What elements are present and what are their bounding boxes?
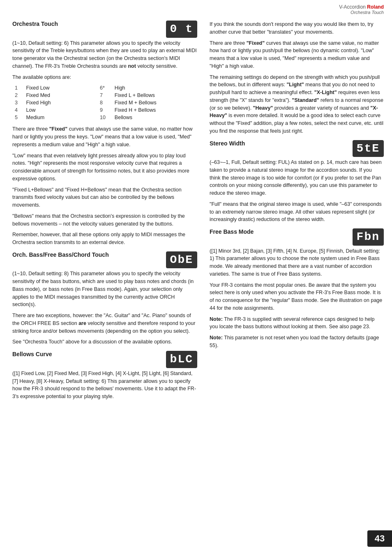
left-column: 0 t Orchestra Touch (1~10, Default setti… bbox=[12, 21, 197, 404]
note1-label: Note: bbox=[210, 316, 223, 322]
free-bass-mode-section: Fbn Free Bass Mode ([1] Minor 3rd, [2] B… bbox=[210, 228, 384, 350]
table-row: 2Fixed Med7Fixed L + Bellows bbox=[12, 92, 197, 99]
page-number: 43 bbox=[367, 530, 392, 547]
option-num: 5 bbox=[12, 114, 24, 121]
option-left: Fixed Low bbox=[24, 84, 97, 92]
ot-cont-para1: If you think the sounds don't respond th… bbox=[210, 21, 384, 36]
header-subtitle: Orchestra Touch bbox=[339, 10, 384, 15]
option-right: Fixed L + Bellows bbox=[112, 92, 197, 99]
option-num: 1 bbox=[12, 84, 24, 92]
ot-cont-para2: There are three "Fixed" curves that alwa… bbox=[210, 39, 384, 70]
option-left: Low bbox=[24, 106, 97, 114]
orch-bass-para2: See "Orchestra Touch" above for a discus… bbox=[12, 338, 197, 346]
header-brand: V-Accordion Roland bbox=[339, 4, 384, 10]
table-row: 4Low9Fixed H + Bellows bbox=[12, 106, 197, 114]
option-right: Fixed H + Bellows bbox=[112, 106, 197, 114]
option-left: Medium bbox=[24, 114, 97, 121]
option-num2: 9 bbox=[97, 106, 112, 114]
ot-para4: "Bellows" means that the Orchestra secti… bbox=[12, 212, 197, 228]
bellows-curve-section: bLC Bellows Curve ([1] Fixed Low, [2] Fi… bbox=[12, 351, 197, 401]
option-right: Fixed M + Bellows bbox=[112, 99, 197, 106]
ot-para1: There are three "Fixed" curves that alwa… bbox=[12, 125, 197, 148]
option-num: 2 bbox=[12, 92, 24, 99]
header: V-Accordion Roland Orchestra Touch bbox=[339, 4, 384, 15]
right-column: If you think the sounds don't respond th… bbox=[210, 21, 384, 404]
option-left: Fixed High bbox=[24, 99, 97, 106]
orch-bass-lcd: ObE bbox=[166, 251, 197, 269]
ot-para2: "Low" means that even relatively light p… bbox=[12, 152, 197, 183]
option-num2: 7 bbox=[97, 92, 112, 99]
free-bass-note1: Note: The FR-3 is supplied with several … bbox=[210, 315, 384, 331]
header-product: V-Accordion bbox=[339, 4, 366, 10]
note2-label: Note: bbox=[210, 335, 223, 341]
orchestra-touch-intro: (1~10, Default setting: 6) This paramete… bbox=[12, 39, 197, 70]
orch-bass-section: ObE Orch. Bass/Free Bass/Chord Touch (1~… bbox=[12, 251, 197, 346]
table-row: 1Fixed Low6*High bbox=[12, 84, 197, 92]
free-bass-intro: ([1] Minor 3rd, [2] Bajan, [3] Fifth, [4… bbox=[210, 247, 384, 278]
ot-cont-section: If you think the sounds don't respond th… bbox=[210, 21, 384, 135]
table-row: 5Medium10Bellows bbox=[12, 114, 197, 121]
free-bass-note2: Note: This parameter is not reset when y… bbox=[210, 334, 384, 350]
bellows-curve-lcd: bLC bbox=[166, 351, 197, 368]
ot-cont-para3: The remaining settings do depend on the … bbox=[210, 74, 384, 135]
options-table: 1Fixed Low6*High2Fixed Med7Fixed L + Bel… bbox=[12, 84, 197, 121]
free-bass-lcd: Fbn bbox=[353, 228, 384, 246]
bellows-curve-intro: ([1] Fixed Low, [2] Fixed Med, [3] Fixed… bbox=[12, 370, 197, 401]
stereo-width-lcd: 5tE bbox=[353, 140, 384, 157]
option-num: 4 bbox=[12, 106, 24, 114]
stereo-width-para1: "Full" means that the original stereo im… bbox=[210, 200, 384, 223]
orch-bass-para1: There are two exceptions, however: the "… bbox=[12, 312, 197, 335]
orchestra-touch-section: 0 t Orchestra Touch (1~10, Default setti… bbox=[12, 21, 197, 246]
not-bold: not bbox=[128, 63, 136, 69]
free-bass-para1: Your FR-3 contains the most popular ones… bbox=[210, 281, 384, 312]
ot-para3: "Fixed L+Bellows" and "Fixed H+Bellows" … bbox=[12, 186, 197, 209]
option-num2: 8 bbox=[97, 99, 112, 106]
available-options-label: The available options are: bbox=[12, 74, 197, 81]
orch-bass-intro: (1~10, Default setting: 8) This paramete… bbox=[12, 270, 197, 309]
option-right: High bbox=[112, 84, 197, 92]
stereo-width-section: 5tE Stereo Width (–63~–1, Full, Default … bbox=[210, 140, 384, 224]
header-brand-name: Roland bbox=[367, 4, 384, 10]
option-num2: 10 bbox=[97, 114, 112, 121]
option-left: Fixed Med bbox=[24, 92, 97, 99]
option-right: Bellows bbox=[112, 114, 197, 121]
stereo-width-intro: (–63~–1, Full, Default setting: FUL) As … bbox=[210, 159, 384, 197]
table-row: 3Fixed High8Fixed M + Bellows bbox=[12, 99, 197, 106]
orchestra-touch-lcd: 0 t bbox=[166, 21, 197, 38]
option-num2: 6* bbox=[97, 84, 112, 92]
ot-para5: Remember, however, that all these option… bbox=[12, 231, 197, 246]
option-num: 3 bbox=[12, 99, 24, 106]
